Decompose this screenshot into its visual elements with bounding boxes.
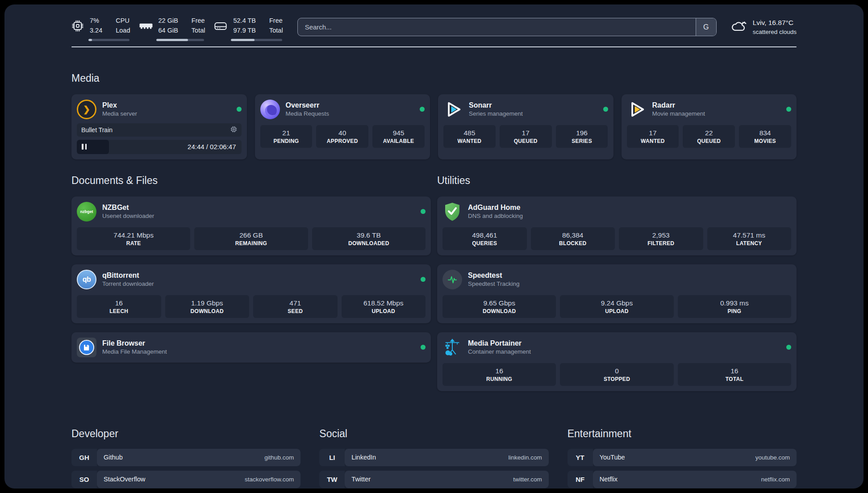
search-engine-button[interactable]: G (696, 18, 716, 36)
disk-total-value: 97.9 TB (233, 26, 256, 36)
stat-box: 945AVAILABLE (372, 125, 425, 148)
adguard-icon (442, 202, 462, 221)
overseerr-icon (260, 100, 280, 119)
section-title-social: Social (319, 428, 548, 440)
bookmark-abbr: TW (319, 471, 345, 488)
section-title-developer: Developer (71, 428, 300, 440)
playback-progress-bar: 24:44 / 02:06:47 (77, 140, 242, 154)
memory-total-value: 64 GiB (159, 26, 178, 36)
app-name: qBittorrent (102, 271, 154, 280)
cpu-load-value: 3.24 (90, 26, 102, 36)
bookmark-name: StackOverflow (104, 476, 145, 483)
cpu-usage-label: CPU (116, 16, 130, 26)
bookmark-url: linkedin.com (509, 454, 542, 461)
cpu-usage-bar (88, 39, 129, 41)
section-title-documents: Documents & Files (71, 175, 431, 187)
app-name: Plex (102, 100, 137, 110)
bookmark-youtube[interactable]: YT YouTube youtube.com (568, 449, 797, 466)
filebrowser-icon (77, 338, 96, 357)
app-card-filebrowser[interactable]: File Browser Media File Management (71, 332, 431, 363)
bookmark-name: Twitter (351, 476, 371, 483)
bookmark-name: Netflix (600, 476, 618, 483)
bookmark-abbr: LI (319, 449, 345, 466)
top-bar: 7% 3.24 CPU Load (71, 16, 797, 41)
disk-usage-bar (231, 39, 282, 41)
section-title-media: Media (71, 72, 797, 84)
cpu-usage-value: 7% (90, 16, 102, 26)
app-card-plex[interactable]: ❯ Plex Media server Bullet Train (71, 94, 247, 159)
stat-box: 86,384BLOCKED (531, 227, 615, 250)
memory-icon (139, 20, 153, 32)
stat-box: 21PENDING (260, 125, 313, 148)
stat-box: 834MOVIES (739, 125, 791, 148)
app-description: Series management (469, 110, 523, 118)
qbittorrent-icon: qb (77, 270, 96, 289)
app-name: NZBGet (102, 203, 154, 213)
status-online-dot (237, 107, 242, 112)
weather-condition: scattered clouds (753, 28, 797, 37)
stat-box: 9.24 GbpsUPLOAD (560, 295, 673, 318)
cpu-stat: 7% 3.24 CPU Load (71, 16, 130, 41)
status-online-dot (786, 345, 791, 350)
disk-stat: 52.4 TB 97.9 TB Free Total (214, 16, 283, 41)
app-card-overseerr[interactable]: Overseerr Media Requests 21PENDING 40APP… (255, 94, 430, 159)
search-input[interactable] (298, 18, 696, 36)
bookmark-linkedin[interactable]: LI LinkedIn linkedin.com (319, 449, 548, 466)
bookmark-url: youtube.com (755, 454, 790, 461)
now-playing-row: Bullet Train (77, 123, 242, 137)
app-description: Media Requests (286, 110, 330, 118)
bookmark-url: stackoverflow.com (245, 476, 294, 483)
status-online-dot (421, 209, 426, 214)
stat-box: 618.52 MbpsUPLOAD (342, 295, 426, 318)
app-name: AdGuard Home (468, 203, 523, 213)
app-card-qbittorrent[interactable]: qb qBittorrent Torrent downloader 16LEEC… (71, 264, 431, 323)
app-name: Media Portainer (468, 338, 531, 348)
app-description: Media server (102, 110, 137, 118)
transcode-chip-icon (230, 126, 237, 134)
status-online-dot (420, 107, 425, 112)
stat-box: 2,953FILTERED (619, 227, 703, 250)
bookmark-github[interactable]: GH Github github.com (71, 449, 300, 466)
stat-box: 39.6 TBDOWNLOADED (312, 227, 426, 250)
app-description: DNS and adblocking (468, 212, 523, 220)
cloud-icon (730, 20, 747, 35)
memory-free-label: Free (192, 16, 205, 26)
bookmark-twitter[interactable]: TW Twitter twitter.com (319, 471, 548, 488)
sonarr-icon (443, 100, 463, 119)
stat-box: 16TOTAL (678, 363, 791, 386)
system-stats: 7% 3.24 CPU Load (71, 16, 283, 41)
stat-box: 744.21 MbpsRATE (77, 227, 190, 250)
app-card-portainer[interactable]: Media Portainer Container management 16R… (437, 332, 797, 391)
bookmark-abbr: SO (71, 471, 97, 488)
disk-total-label: Total (269, 26, 283, 36)
dashboard: 7% 3.24 CPU Load (4, 4, 864, 489)
stat-box: 266 GBREMAINING (194, 227, 308, 250)
app-card-nzbget[interactable]: nzbget NZBGet Usenet downloader 744.21 M… (71, 196, 431, 255)
stat-box: 9.65 GbpsDOWNLOAD (442, 295, 556, 318)
stat-box: 40APPROVED (316, 125, 368, 148)
app-description: Torrent downloader (102, 280, 154, 288)
bookmark-stackoverflow[interactable]: SO StackOverflow stackoverflow.com (71, 471, 300, 488)
bookmark-name: Github (104, 454, 123, 461)
speedtest-icon (442, 270, 462, 289)
bookmark-netflix[interactable]: NF Netflix netflix.com (568, 471, 797, 488)
pause-button[interactable] (82, 144, 87, 150)
app-card-adguard[interactable]: AdGuard Home DNS and adblocking 498,461Q… (437, 196, 797, 255)
status-online-dot (603, 107, 608, 112)
app-card-speedtest[interactable]: Speedtest Speedtest Tracking 9.65 GbpsDO… (437, 264, 797, 323)
status-online-dot (786, 107, 791, 112)
app-name: Sonarr (469, 100, 523, 110)
app-card-sonarr[interactable]: Sonarr Series management 485WANTED 17QUE… (438, 94, 613, 159)
memory-stat: 22 GiB 64 GiB Free Total (139, 16, 205, 41)
app-name: Speedtest (468, 271, 520, 280)
app-name: Overseerr (286, 100, 330, 110)
portainer-icon (442, 338, 462, 357)
app-description: Container management (468, 348, 531, 356)
cpu-load-label: Load (116, 26, 130, 36)
disk-free-label: Free (269, 16, 283, 26)
nzbget-icon: nzbget (77, 202, 96, 221)
search-bar: G (297, 18, 717, 36)
app-card-radarr[interactable]: Radarr Movie management 17WANTED 22QUEUE… (622, 94, 797, 159)
stat-box: 0.993 msPING (678, 295, 791, 318)
memory-usage-bar (156, 39, 204, 41)
